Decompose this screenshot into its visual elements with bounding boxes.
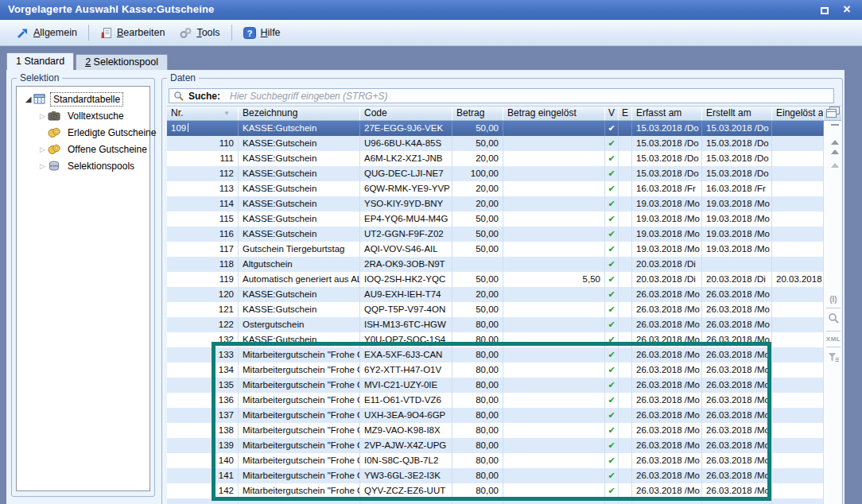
cell: 20,00 xyxy=(452,151,503,166)
table-row-142[interactable]: 142Mitarbeitergutschein "Frohe OsQYV-ZCZ… xyxy=(167,483,824,498)
cell: ✔ xyxy=(605,242,619,257)
cell: 26.03.2018 /Mo xyxy=(632,468,702,483)
tree-item-selektionspools[interactable]: ▷ Selektionspools xyxy=(17,157,149,174)
page-up-button[interactable] xyxy=(831,163,839,168)
close-button[interactable]: × xyxy=(838,3,856,17)
checkmark-icon: ✔ xyxy=(608,289,615,300)
menu-bearbeiten[interactable]: Bearbeiten xyxy=(93,25,172,41)
cell: Gutschein Tiergeburtstag xyxy=(239,242,360,257)
table-row-121[interactable]: 121KASSE:GutscheinQQP-T5P-V97-4ON50,00✔2… xyxy=(167,302,824,317)
table-row-120[interactable]: 120KASSE:GutscheinAU9-EXH-IEH-T7420,00✔2… xyxy=(167,287,824,302)
cell: KASSE:Gutschein xyxy=(239,181,360,196)
column-header-8[interactable]: Erstellt am xyxy=(702,107,772,120)
expander-collapsed-icon[interactable]: ▷ xyxy=(37,112,48,120)
cell: 119 xyxy=(167,272,239,287)
table-row-139[interactable]: 139Mitarbeitergutschein "Frohe Os2VP-AJW… xyxy=(167,438,824,453)
table-row-119[interactable]: 119Automatisch generiert aus ALTIOQ-2SH-… xyxy=(167,272,824,287)
tree-item-offene-gutscheine[interactable]: ▷ Offene Gutscheine xyxy=(17,141,149,157)
tree-item-erledigte-gutscheine[interactable]: Erledigte Gutscheine xyxy=(17,124,149,141)
table-row-134[interactable]: 134Mitarbeitergutschein "Frohe Os6Y2-XTT… xyxy=(167,362,824,378)
cell xyxy=(619,332,632,347)
cell xyxy=(772,438,824,453)
table-row-122[interactable]: 122OstergutscheinISH-M13-6TC-HGW80,00✔26… xyxy=(167,317,824,332)
cell xyxy=(772,362,824,378)
scroll-to-top-button[interactable] xyxy=(831,124,839,141)
checkmark-icon: ✔ xyxy=(608,304,615,315)
cell: ✔ xyxy=(605,227,619,242)
column-header-5[interactable]: V xyxy=(605,107,619,120)
table-row-135[interactable]: 135Mitarbeitergutschein "Frohe OsMVI-C21… xyxy=(167,378,824,393)
cell xyxy=(619,408,632,423)
column-chooser-button[interactable] xyxy=(826,107,840,122)
table-row-136[interactable]: 136Mitarbeitergutschein "Frohe OsE11-O61… xyxy=(167,393,824,408)
cell xyxy=(702,257,772,272)
table-row-133[interactable]: 133Mitarbeitergutschein "Frohe OsEXA-5XF… xyxy=(167,347,824,362)
cell: ✔ xyxy=(605,378,619,393)
table-row-132[interactable]: 132KASSE:GutscheinY0U-QP7-SOC-1S480,00✔2… xyxy=(167,332,824,347)
cell: KASSE:Gutschein xyxy=(239,136,360,151)
checkmark-icon: ✔ xyxy=(608,410,615,421)
tab-selektionspool[interactable]: 2 Selektionspool xyxy=(76,54,168,70)
column-header-6[interactable]: E xyxy=(619,107,632,120)
cell: Mitarbeitergutschein "Frohe Os xyxy=(239,438,360,453)
checkmark-icon: ✔ xyxy=(608,471,615,481)
cell: 116 xyxy=(167,227,239,242)
table-row-112[interactable]: 112KASSE:GutscheinQUG-DEC-LJI-NE7100,00✔… xyxy=(167,166,824,181)
expander-collapsed-icon[interactable]: ▷ xyxy=(37,162,48,170)
cell: 140 xyxy=(167,453,239,468)
table-row-110[interactable]: 110KASSE:GutscheinU96-6BU-K4A-85S50,00✔1… xyxy=(167,136,824,151)
menu-tools[interactable]: Tools xyxy=(172,25,227,41)
column-header-7[interactable]: Erfasst am xyxy=(632,107,702,120)
cell: UT2-GGN-F9F-Z02 xyxy=(360,227,452,242)
cell xyxy=(619,166,632,181)
column-header-2[interactable]: Code xyxy=(360,107,452,120)
scroll-up-button[interactable] xyxy=(831,149,839,154)
restore-button[interactable] xyxy=(816,3,833,17)
table-row-141[interactable]: 141Mitarbeitergutschein "Frohe OsYW3-6GL… xyxy=(167,468,824,483)
tree-item-standardtabelle[interactable]: ◢ Standardtabelle xyxy=(17,91,149,107)
cell xyxy=(772,151,824,166)
tree-item-volltextsuche[interactable]: ▷ Volltextsuche xyxy=(17,107,149,124)
table-row-111[interactable]: 111KASSE:GutscheinA6M-LK2-XZ1-JNB20,00✔1… xyxy=(167,151,824,166)
table-row-137[interactable]: 137Mitarbeitergutschein "Frohe OsUXH-3EA… xyxy=(167,408,824,423)
search-input[interactable]: Suche: Hier Suchbegriff eingeben (STRG+S… xyxy=(169,88,834,103)
filter-button[interactable] xyxy=(828,351,840,366)
cell: 120 xyxy=(167,287,239,302)
xml-export-button[interactable]: XML xyxy=(826,335,841,343)
cell: 26.03.2018 /Mo xyxy=(702,423,772,438)
menu-allgemein[interactable]: Allgemein xyxy=(10,25,84,41)
column-header-4[interactable]: Betrag eingelöst xyxy=(503,107,605,120)
column-header-3[interactable]: Betrag xyxy=(452,107,503,120)
zoom-button[interactable] xyxy=(828,312,839,327)
expander-collapsed-icon[interactable]: ▷ xyxy=(37,145,48,153)
cell xyxy=(772,468,824,483)
table-row-115[interactable]: 115KASSE:GutscheinEP4-YQ6-MU4-M4G50,00✔1… xyxy=(167,211,824,227)
tab-standard[interactable]: 1 Standard xyxy=(6,52,74,70)
cell xyxy=(619,423,632,438)
expander-expanded-icon[interactable]: ◢ xyxy=(23,95,33,103)
cell: 15.03.2018 /Do xyxy=(702,166,772,181)
table-row-117[interactable]: 117Gutschein TiergeburtstagAQI-VOV-S46-A… xyxy=(167,242,824,257)
cell: 26.03.2018 /Mo xyxy=(632,438,702,453)
column-header-1[interactable]: Bezeichnung xyxy=(239,107,360,120)
table-row-118[interactable]: 118Altgutschein2RA-OK9-3OB-N9T✔20.03.201… xyxy=(167,257,824,272)
cell: 15.03.2018 /Do xyxy=(702,136,772,151)
column-header-0[interactable]: Nr.▼ xyxy=(167,107,239,120)
column-header-9[interactable]: Eingelöst a xyxy=(772,107,824,120)
cell: A6M-LK2-XZ1-JNB xyxy=(360,151,452,166)
checkmark-icon: ✔ xyxy=(608,244,615,254)
table-row-140[interactable]: 140Mitarbeitergutschein "Frohe OsI0N-S8C… xyxy=(167,453,824,468)
table-row-116[interactable]: 116KASSE:GutscheinUT2-GGN-F9F-Z0250,00✔1… xyxy=(167,227,824,242)
fit-columns-button[interactable]: (I) xyxy=(829,295,837,304)
table-row-114[interactable]: 114KASSE:GutscheinYSO-KIY-9YD-BNY20,00✔1… xyxy=(167,196,824,211)
cell xyxy=(619,302,632,317)
cell: 26.03.2018 /Mo xyxy=(632,423,702,438)
table-row-138[interactable]: 138Mitarbeitergutschein "Frohe OsMZ9-VAO… xyxy=(167,423,824,438)
cell xyxy=(619,393,632,408)
table-row-109[interactable]: 109KASSE:Gutschein27E-EGG-9J6-VEK50,00✔1… xyxy=(167,121,824,136)
cell: 26.03.2018 /Mo xyxy=(632,347,702,362)
menu-hilfe[interactable]: ? Hilfe xyxy=(236,25,288,41)
cell: 20.03.2018 xyxy=(772,272,824,287)
table-row-113[interactable]: 113KASSE:Gutschein6QW-RMK-YE9-YVP20,00✔1… xyxy=(167,181,824,196)
cell: KASSE:Gutschein xyxy=(239,302,360,317)
